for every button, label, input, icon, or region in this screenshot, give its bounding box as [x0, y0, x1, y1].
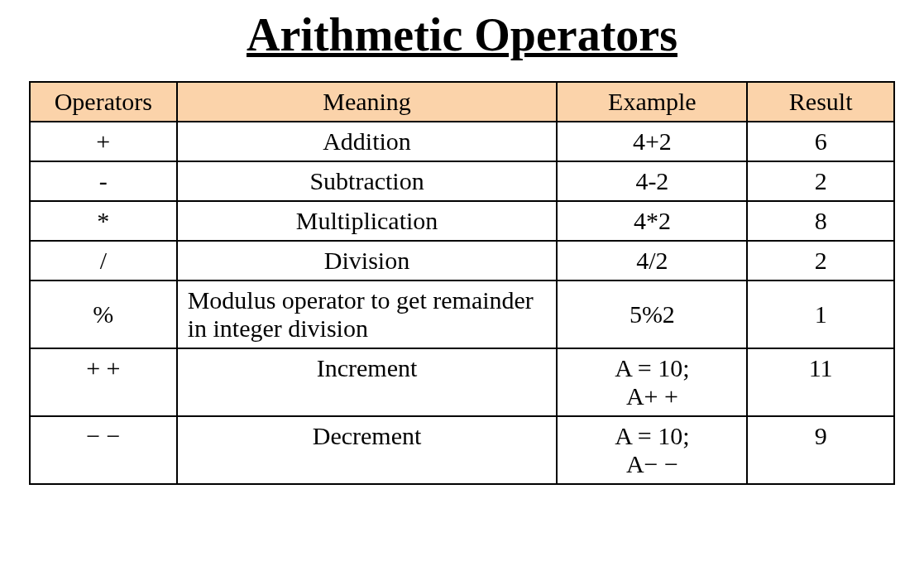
result-cell: 6 [747, 122, 894, 161]
result-cell: 8 [747, 201, 894, 241]
result-cell: 2 [747, 161, 894, 201]
example-line: A = 10; [566, 354, 738, 382]
example-cell: 4*2 [557, 201, 747, 241]
operator-cell: + + [30, 348, 177, 416]
result-cell: 2 [747, 241, 894, 281]
operator-cell: - [30, 161, 177, 201]
example-cell: A = 10;A+ + [557, 348, 747, 416]
example-line: A = 10; [566, 422, 738, 450]
table-row: − −DecrementA = 10;A− −9 [30, 416, 894, 484]
header-result: Result [747, 82, 894, 122]
meaning-cell: Increment [177, 348, 558, 416]
page-title: Arithmetic Operators [29, 8, 895, 61]
example-cell: 4-2 [557, 161, 747, 201]
operator-cell: − − [30, 416, 177, 484]
example-line: A+ + [566, 382, 738, 410]
table-row: +Addition4+26 [30, 122, 894, 161]
header-example: Example [557, 82, 747, 122]
meaning-cell: Division [177, 241, 558, 281]
header-meaning: Meaning [177, 82, 558, 122]
meaning-cell: Addition [177, 122, 558, 161]
meaning-cell: Multiplication [177, 201, 558, 241]
operator-cell: % [30, 281, 177, 348]
operators-table: Operators Meaning Example Result +Additi… [29, 81, 895, 485]
result-cell: 9 [747, 416, 894, 484]
table-row: -Subtraction4-22 [30, 161, 894, 201]
example-cell: 5%2 [557, 281, 747, 348]
operator-cell: + [30, 122, 177, 161]
table-row: *Multiplication4*28 [30, 201, 894, 241]
table-row: %Modulus operator to get remainder in in… [30, 281, 894, 348]
meaning-cell: Decrement [177, 416, 558, 484]
header-operators: Operators [30, 82, 177, 122]
example-cell: A = 10;A− − [557, 416, 747, 484]
table-row: + +IncrementA = 10;A+ +11 [30, 348, 894, 416]
example-cell: 4+2 [557, 122, 747, 161]
example-cell: 4/2 [557, 241, 747, 281]
operator-cell: / [30, 241, 177, 281]
example-line: A− − [566, 450, 738, 478]
operator-cell: * [30, 201, 177, 241]
meaning-cell: Subtraction [177, 161, 558, 201]
result-cell: 11 [747, 348, 894, 416]
meaning-cell: Modulus operator to get remainder in int… [177, 281, 558, 348]
result-cell: 1 [747, 281, 894, 348]
table-header-row: Operators Meaning Example Result [30, 82, 894, 122]
table-row: /Division4/22 [30, 241, 894, 281]
